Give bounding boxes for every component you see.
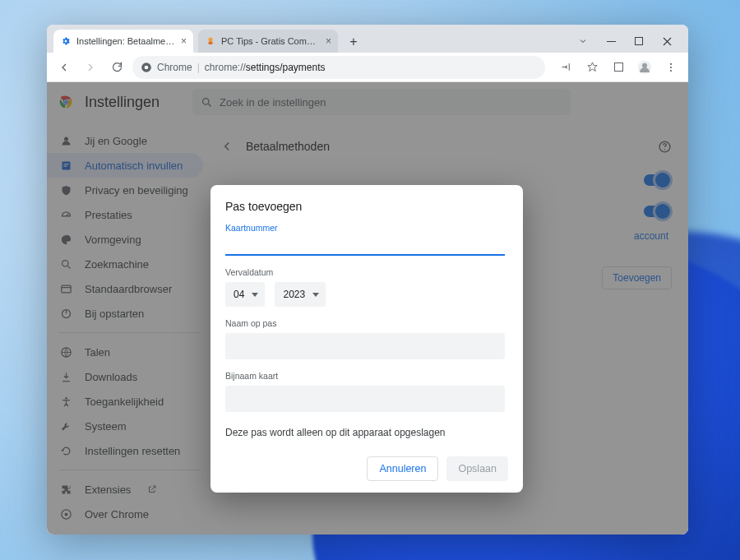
nickname-label: Bijnaam kaart (225, 371, 508, 381)
browser-tab-active[interactable]: Instellingen: Betaalmethoden × (53, 30, 193, 53)
add-card-dialog: Pas toevoegen Kaartnummer Vervaldatum 04… (210, 185, 523, 493)
name-on-card-label: Naam op pas (225, 318, 508, 328)
svg-rect-1 (209, 42, 213, 45)
close-icon[interactable]: × (181, 35, 187, 47)
name-on-card-input[interactable] (225, 333, 505, 359)
url-prefix: chrome:// (205, 62, 246, 73)
modal-overlay[interactable]: Pas toevoegen Kaartnummer Vervaldatum 04… (47, 82, 688, 535)
svg-rect-6 (614, 63, 622, 72)
card-number-label: Kaartnummer (225, 223, 508, 233)
browser-toolbar: Chrome | chrome://settings/payments (47, 53, 688, 82)
svg-point-8 (642, 62, 647, 67)
tab-title: PC Tips - Gratis Computer Tips, i… (221, 36, 321, 46)
back-icon[interactable] (53, 57, 75, 78)
reload-icon[interactable] (106, 57, 127, 78)
settings-content: Instellingen Zoek in de instellingen Jij… (47, 82, 688, 535)
minimize-icon[interactable] (604, 35, 617, 48)
cancel-button[interactable]: Annuleren (367, 456, 438, 481)
tab-title: Instellingen: Betaalmethoden (76, 36, 176, 46)
url-path: settings/payments (246, 62, 326, 73)
chevron-down-icon[interactable] (576, 35, 590, 48)
forward-icon[interactable] (80, 57, 101, 78)
maximize-icon[interactable] (632, 35, 645, 48)
chrome-window: Instellingen: Betaalmethoden × PC Tips -… (47, 25, 688, 535)
profile-icon[interactable] (634, 57, 655, 78)
close-icon[interactable]: × (326, 35, 331, 47)
menu-dots-icon[interactable] (660, 57, 682, 78)
svg-rect-2 (607, 41, 616, 42)
browser-tab[interactable]: PC Tips - Gratis Computer Tips, i… × (198, 30, 338, 53)
gear-icon (60, 35, 72, 47)
chrome-icon (141, 62, 152, 73)
star-icon[interactable] (581, 57, 603, 78)
svg-rect-3 (636, 38, 643, 45)
svg-point-0 (209, 38, 213, 42)
expiry-year-select[interactable]: 2023 (275, 282, 326, 307)
site-icon (205, 35, 216, 47)
save-button[interactable]: Opslaan (446, 456, 508, 481)
dialog-title: Pas toevoegen (225, 200, 508, 213)
address-scheme: Chrome (157, 62, 192, 73)
svg-point-9 (670, 62, 672, 64)
share-icon[interactable] (555, 57, 576, 78)
svg-point-5 (145, 65, 149, 69)
extensions-icon[interactable] (608, 57, 629, 78)
svg-point-11 (670, 70, 672, 72)
close-window-icon[interactable] (660, 35, 673, 48)
new-tab-button[interactable]: + (343, 31, 364, 53)
card-number-input[interactable] (225, 233, 505, 256)
tab-strip: Instellingen: Betaalmethoden × PC Tips -… (47, 25, 688, 53)
dialog-note: Deze pas wordt alleen op dit apparaat op… (225, 427, 508, 438)
expiry-month-select[interactable]: 04 (225, 282, 265, 307)
expiry-label: Vervaldatum (225, 267, 508, 277)
address-bar[interactable]: Chrome | chrome://settings/payments (132, 56, 545, 79)
nickname-input[interactable] (225, 386, 505, 412)
svg-point-10 (670, 66, 672, 67)
window-controls (576, 35, 682, 53)
